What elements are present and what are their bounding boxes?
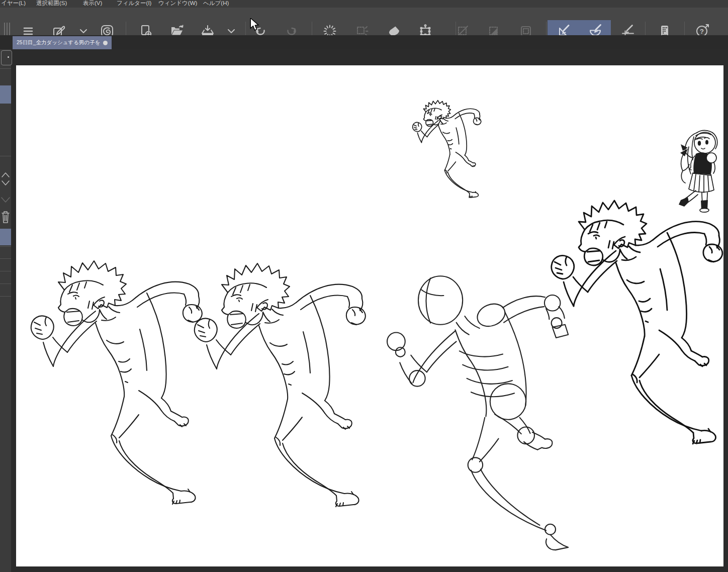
apply-chevron-icon[interactable] [0,194,11,206]
sidebar-divider [0,283,11,284]
mouse-cursor [250,18,261,31]
selected-tool-item[interactable] [0,85,11,104]
document-tab-bar: 25日目_全力ダッシュする男の子を描こう* [0,35,728,49]
left-tool-strip [0,49,11,572]
menu-bar: イヤー(L) 選択範囲(S) 表示(V) フィルター(I) ウィンドウ(W) ヘ… [0,0,728,8]
tool-swatch-dot [8,56,9,58]
runner-lineart-center [195,263,366,507]
menu-layer[interactable]: イヤー(L) [1,0,26,7]
menu-filter[interactable]: フィルター(I) [117,0,151,7]
trash-icon[interactable] [0,209,11,225]
sidebar-divider [0,156,11,156]
menu-selection[interactable]: 選択範囲(S) [36,0,67,7]
sidebar-divider [0,246,11,247]
sidebar-divider [0,258,11,259]
chibi-girl-top-right [679,130,717,212]
menu-view[interactable]: 表示(V) [83,0,102,7]
expand-collapse-icon[interactable] [0,171,11,188]
drawing-canvas[interactable] [16,65,723,566]
runner-rough-sketch-right [552,201,722,444]
selected-tool-item[interactable] [0,229,11,245]
document-title: 25日目_全力ダッシュする男の子を描こう* [17,39,100,46]
tool-swatch-partial[interactable] [1,50,12,65]
menu-help[interactable]: ヘルプ(H) [203,0,229,7]
sidebar-divider [0,68,11,69]
svg-text:?: ? [700,28,704,35]
canvas-artwork [16,65,723,566]
runner-small-top [413,101,481,198]
canvas-viewport [0,49,728,572]
mannequin-pose-figure [387,276,568,550]
runner-lineart-left [31,261,202,504]
active-document-tab[interactable]: 25日目_全力ダッシュする男の子を描こう* [13,36,112,49]
command-bar: ? [0,8,728,35]
menu-window[interactable]: ウィンドウ(W) [158,0,197,7]
sidebar-divider [0,271,11,271]
sidebar-divider [0,296,11,297]
tab-modified-dot[interactable] [103,41,108,45]
